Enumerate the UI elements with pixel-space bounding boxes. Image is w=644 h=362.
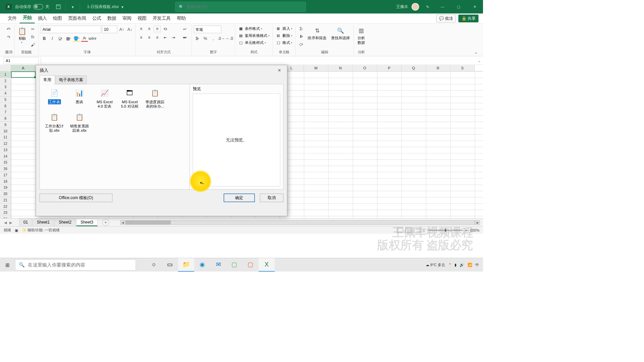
copy-icon[interactable]: ⎘▾ [30, 34, 37, 41]
row-header[interactable]: 17 [0, 172, 11, 178]
zoom-slider[interactable] [427, 230, 463, 231]
taskbar-search[interactable]: 🔍 在这里输入你要搜索的内容 [15, 259, 136, 270]
filename-dropdown[interactable]: ▾ [118, 3, 126, 11]
template-item[interactable]: 📄工作表 [42, 87, 66, 110]
ribbon-tab-视图[interactable]: 视图 [135, 13, 150, 23]
minimize-button[interactable]: — [436, 2, 449, 12]
align-middle-icon[interactable]: ≡ [146, 26, 153, 33]
row-header[interactable]: 3 [0, 84, 11, 90]
macro-record-icon[interactable]: ▣ [15, 228, 18, 233]
decrease-indent-icon[interactable]: ⇤ [162, 34, 169, 41]
insert-cells-button[interactable]: ⊞插入 ▾ [275, 26, 293, 32]
maximize-button[interactable]: ▢ [452, 2, 465, 12]
task-app1-icon[interactable]: ▢ [226, 258, 243, 272]
task-explorer-icon[interactable]: 📁 [178, 258, 194, 272]
add-sheet-button[interactable]: + [102, 219, 109, 226]
col-header[interactable]: O [353, 65, 377, 71]
increase-font-icon[interactable]: A↑ [118, 26, 125, 33]
ribbon-tab-帮助[interactable]: 帮助 [174, 13, 189, 23]
template-item[interactable]: 📊图表 [67, 87, 92, 110]
qat-dropdown[interactable]: ▾ [69, 3, 77, 11]
page-layout-view-icon[interactable] [406, 228, 412, 233]
col-header[interactable]: P [377, 65, 401, 71]
bold-icon[interactable]: B [41, 35, 48, 42]
col-header[interactable]: A [11, 65, 36, 71]
weather-widget[interactable]: ☁ 8°C 多云 [426, 262, 445, 267]
tray-battery-icon[interactable]: ▮ [454, 262, 457, 267]
row-header[interactable]: 21 [0, 197, 11, 203]
col-header[interactable]: R [426, 65, 450, 71]
dialog-tab[interactable]: 常用 [40, 75, 55, 84]
italic-icon[interactable]: I [49, 35, 56, 42]
ok-button[interactable]: 确定 [224, 194, 255, 202]
search-box[interactable]: 🔍 [175, 2, 306, 12]
conditional-format-button[interactable]: ▦条件格式▾ [237, 26, 271, 32]
increase-decimal-icon[interactable]: .0→ [218, 35, 225, 42]
row-header[interactable]: 16 [0, 166, 11, 172]
undo-icon[interactable]: ↶▾ [5, 26, 12, 33]
task-edge-icon[interactable]: ◉ [194, 258, 210, 272]
avatar[interactable] [412, 3, 419, 11]
name-box[interactable] [4, 57, 39, 64]
tray-volume-icon[interactable]: 🔊 [460, 262, 464, 267]
row-header[interactable]: 20 [0, 191, 11, 197]
ribbon-tab-页面布局[interactable]: 页面布局 [65, 13, 89, 23]
row-header[interactable]: 8 [0, 115, 11, 122]
align-center-icon[interactable]: ≡ [146, 34, 153, 41]
format-cells-button[interactable]: ▢格式 ▾ [275, 40, 293, 46]
orientation-icon[interactable]: ⟲▾ [162, 26, 169, 33]
format-as-table-button[interactable]: ▤套用表格格式▾ [237, 33, 271, 39]
wrap-text-icon[interactable]: ↩ [180, 26, 190, 33]
row-header[interactable]: 7 [0, 109, 11, 116]
template-item[interactable]: 🗔MS Excel 5.0 对话框 [118, 87, 142, 110]
font-size-select[interactable] [102, 26, 117, 34]
autosum-icon[interactable]: Σ▾ [298, 26, 305, 33]
page-break-view-icon[interactable] [414, 228, 420, 233]
task-app2-icon[interactable]: ▢ [243, 258, 259, 272]
row-header[interactable]: 23 [0, 210, 11, 216]
expand-formula-icon[interactable]: ⌄ [476, 58, 483, 63]
ribbon-tab-文件[interactable]: 文件 [5, 13, 20, 23]
row-header[interactable]: 18 [0, 178, 11, 185]
percent-icon[interactable]: % [202, 35, 209, 42]
align-left-icon[interactable]: ≡ [138, 34, 145, 41]
ribbon-tab-绘图[interactable]: 绘图 [50, 13, 65, 23]
sheet-nav-next[interactable]: ▶ [8, 220, 13, 224]
tray-ime-icon[interactable]: 中 [475, 262, 479, 267]
row-header[interactable]: 13 [0, 147, 11, 153]
row-header[interactable]: 6 [0, 103, 11, 109]
row-header[interactable]: 14 [0, 153, 11, 160]
formula-input[interactable] [41, 57, 476, 64]
task-view-icon[interactable]: ▭ [162, 258, 178, 272]
zoom-in-icon[interactable]: + [465, 228, 468, 232]
ribbon-tab-数据[interactable]: 数据 [104, 13, 119, 23]
share-button[interactable]: 🔒 共享 [459, 15, 479, 22]
number-format-select[interactable] [194, 26, 222, 34]
row-header[interactable]: 2 [0, 78, 11, 84]
coming-soon-icon[interactable]: ✎ [424, 3, 432, 11]
search-input[interactable] [186, 5, 302, 9]
sheet-tab[interactable]: Sheet2 [54, 219, 76, 226]
fill-color-icon[interactable]: 🪣▾ [73, 35, 80, 42]
paste-button[interactable]: 📋 粘贴▾ [16, 26, 28, 45]
cut-icon[interactable]: ✂ [30, 26, 37, 33]
start-button[interactable]: ⊞ [0, 258, 15, 272]
sheet-tab[interactable]: Sheet3 [76, 219, 98, 226]
save-icon[interactable] [54, 3, 62, 11]
sheet-tab[interactable]: Sheet1 [33, 219, 54, 226]
template-item[interactable]: 📈MS Excel 4.0 宏表 [93, 87, 117, 110]
sheet-nav-prev[interactable]: ◀ [3, 220, 8, 224]
row-header[interactable]: 11 [0, 134, 11, 141]
comments-button[interactable]: 💬 批注 [436, 15, 456, 22]
currency-icon[interactable]: $▾ [194, 35, 201, 42]
row-header[interactable]: 10 [0, 128, 11, 134]
close-button[interactable]: ✕ [469, 2, 481, 12]
col-header[interactable]: N [328, 65, 353, 71]
ribbon-tab-审阅[interactable]: 审阅 [119, 13, 135, 23]
zoom-out-icon[interactable]: − [423, 228, 425, 232]
task-excel-icon[interactable]: X [259, 258, 275, 272]
underline-icon[interactable]: U▾ [57, 35, 64, 42]
tray-chevron-icon[interactable]: ⌃ [448, 262, 452, 267]
col-header[interactable]: Q [401, 65, 426, 71]
fill-icon[interactable]: ⬇▾ [298, 33, 305, 40]
